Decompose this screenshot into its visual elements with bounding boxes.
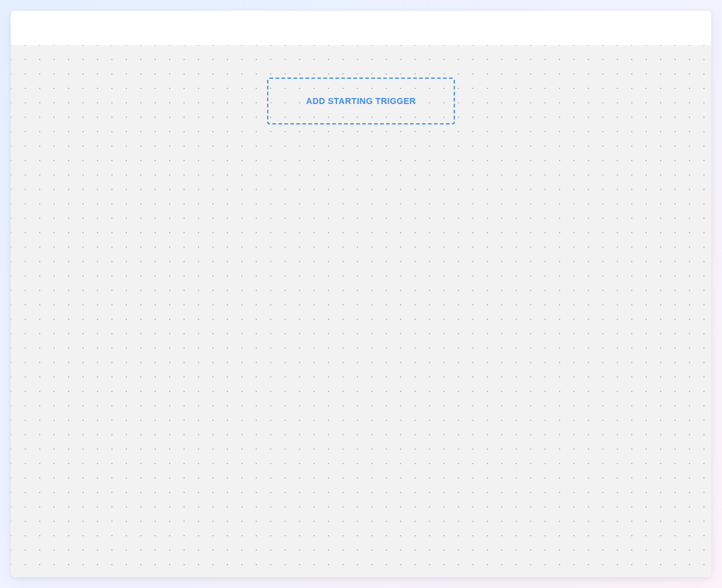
add-starting-trigger-button[interactable]: ADD STARTING TRIGGER <box>267 78 455 124</box>
workflow-panel: ADD STARTING TRIGGER <box>11 11 711 577</box>
panel-header <box>11 11 711 45</box>
add-trigger-label: ADD STARTING TRIGGER <box>306 96 416 106</box>
workflow-canvas[interactable]: ADD STARTING TRIGGER <box>11 45 711 577</box>
